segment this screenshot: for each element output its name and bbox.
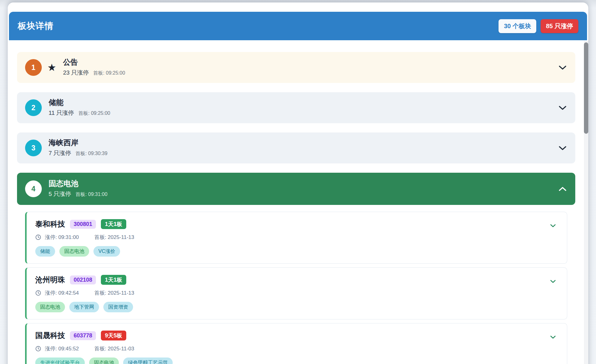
tag-row: 固态电池 地下管网 国资增资	[35, 302, 558, 312]
chevron-down-icon[interactable]	[550, 280, 556, 283]
concept-tag[interactable]: VC涨价	[93, 246, 120, 257]
concept-tag[interactable]: 固态电池	[59, 246, 89, 257]
chevron-down-icon[interactable]	[559, 65, 567, 70]
concept-tag[interactable]: 绿色甲醇工艺示范	[123, 358, 173, 364]
sector-name: 储能	[49, 98, 110, 106]
first-board-time: 首板: 09:30:39	[76, 150, 107, 157]
concept-tag[interactable]: 固态电池	[35, 302, 65, 312]
star-icon: ★	[47, 63, 56, 72]
sector-row-chuneng[interactable]: 2 储能 11 只涨停 首板: 09:25:00	[17, 92, 575, 123]
limit-up-count-badge: 85 只涨停	[541, 19, 578, 33]
rank-badge: 2	[25, 99, 42, 116]
concept-tag[interactable]: 国资增资	[103, 302, 133, 312]
sector-text: 储能 11 只涨停 首板: 09:25:00	[49, 98, 110, 117]
stock-name: 国晟科技	[35, 331, 65, 340]
sector-name: 海峡西岸	[49, 139, 107, 147]
header-badges: 30 个板块 85 只涨停	[499, 19, 578, 33]
chevron-down-icon[interactable]	[559, 105, 567, 110]
stock-code-badge: 603778	[70, 331, 96, 340]
sector-text: 公告 23 只涨停 首板: 09:25:00	[63, 58, 125, 76]
page-title: 板块详情	[18, 20, 54, 32]
first-board-time: 首板: 09:31:00	[76, 191, 107, 198]
panel-header: 板块详情 30 个板块 85 只涨停	[9, 12, 587, 40]
clock-icon	[35, 346, 41, 352]
concept-tag[interactable]: 储能	[35, 246, 55, 257]
first-board-time: 首板: 09:25:00	[78, 110, 110, 117]
stock-name: 沧州明珠	[35, 275, 65, 285]
board-streak-badge: 1天1板	[101, 219, 126, 229]
first-board-date: 首板: 2025-11-13	[94, 234, 134, 241]
sector-row-gutaidianchi[interactable]: 4 固态电池 5 只涨停 首板: 09:31:00	[17, 173, 575, 205]
stock-title-row: 泰和科技 300801 1天1板	[35, 219, 558, 229]
rank-badge: 3	[25, 140, 42, 156]
limit-up-count: 23 只涨停	[63, 69, 89, 77]
limit-up-count: 7 只涨停	[49, 149, 71, 157]
limit-time: 涨停: 09:31:00	[45, 234, 79, 241]
stock-title-row: 沧州明珠 002108 1天1板	[35, 275, 558, 285]
stock-name: 泰和科技	[35, 219, 65, 229]
stock-meta-row: 涨停: 09:31:00 首板: 2025-11-13	[35, 234, 558, 240]
stock-card-guoshengkeji[interactable]: 国晟科技 603778 9天5板 涨停: 09:45:52 首板: 2025-1…	[25, 323, 567, 364]
tag-row: 先进光伏试验平台 固态电池 绿色甲醇工艺示范	[35, 358, 558, 364]
tag-row: 储能 固态电池 VC涨价	[35, 246, 558, 257]
clock-icon	[35, 234, 41, 240]
sector-row-haixiaxian[interactable]: 3 海峡西岸 7 只涨停 首板: 09:30:39	[17, 132, 575, 163]
limit-time: 涨停: 09:42:54	[45, 289, 79, 297]
sector-subtitle: 11 只涨停 首板: 09:25:00	[49, 109, 110, 117]
sector-subtitle: 23 只涨停 首板: 09:25:00	[63, 69, 125, 77]
first-board-time: 首板: 09:25:00	[93, 70, 125, 76]
chevron-down-icon[interactable]	[550, 336, 556, 339]
clock-icon	[35, 290, 41, 296]
rank-badge: 4	[25, 180, 42, 197]
scrollbar-thumb[interactable]	[584, 42, 588, 134]
stock-card-list: 泰和科技 300801 1天1板 涨停: 09:31:00 首板: 2025-1…	[17, 205, 575, 364]
concept-tag[interactable]: 地下管网	[69, 302, 99, 312]
first-board-date: 首板: 2025-11-03	[94, 345, 134, 352]
limit-up-count: 11 只涨停	[49, 109, 74, 117]
chevron-down-icon[interactable]	[550, 224, 556, 228]
sector-text: 固态电池 5 只涨停 首板: 09:31:00	[49, 180, 107, 198]
stock-code-badge: 300801	[70, 220, 96, 229]
stock-card-cangzhoumingzhu[interactable]: 沧州明珠 002108 1天1板 涨停: 09:42:54 首板: 2025-1…	[25, 267, 567, 319]
stock-code-badge: 002108	[70, 275, 96, 284]
rank-badge: 1	[25, 59, 42, 76]
board-streak-badge: 1天1板	[101, 275, 126, 285]
sector-name: 公告	[63, 58, 125, 66]
sector-row-gonggao[interactable]: 1 ★ 公告 23 只涨停 首板: 09:25:00	[17, 52, 575, 83]
chevron-down-icon[interactable]	[559, 145, 567, 150]
limit-up-count: 5 只涨停	[49, 190, 71, 198]
stock-meta-row: 涨停: 09:42:54 首板: 2025-11-13	[35, 289, 558, 296]
stock-title-row: 国晟科技 603778 9天5板	[35, 330, 558, 341]
sector-text: 海峡西岸 7 只涨停 首板: 09:30:39	[49, 139, 107, 157]
sector-name: 固态电池	[49, 180, 107, 188]
limit-time: 涨停: 09:45:52	[45, 345, 79, 352]
sector-subtitle: 5 只涨停 首板: 09:31:00	[49, 190, 107, 198]
sector-count-badge: 30 个板块	[499, 19, 536, 33]
chevron-up-icon[interactable]	[559, 186, 567, 191]
sector-list: 1 ★ 公告 23 只涨停 首板: 09:25:00 2 储能 11 只涨停 首…	[8, 40, 588, 364]
stock-card-taihekeji[interactable]: 泰和科技 300801 1天1板 涨停: 09:31:00 首板: 2025-1…	[25, 212, 567, 264]
stock-meta-row: 涨停: 09:45:52 首板: 2025-11-03	[35, 345, 558, 352]
sector-subtitle: 7 只涨停 首板: 09:30:39	[49, 149, 107, 157]
first-board-date: 首板: 2025-11-13	[94, 289, 134, 297]
board-streak-badge: 9天5板	[101, 331, 126, 340]
concept-tag[interactable]: 先进光伏试验平台	[35, 358, 85, 364]
concept-tag[interactable]: 固态电池	[89, 358, 119, 364]
sector-detail-panel: 板块详情 30 个板块 85 只涨停 1 ★ 公告 23 只涨停 首板: 09:…	[8, 2, 588, 364]
